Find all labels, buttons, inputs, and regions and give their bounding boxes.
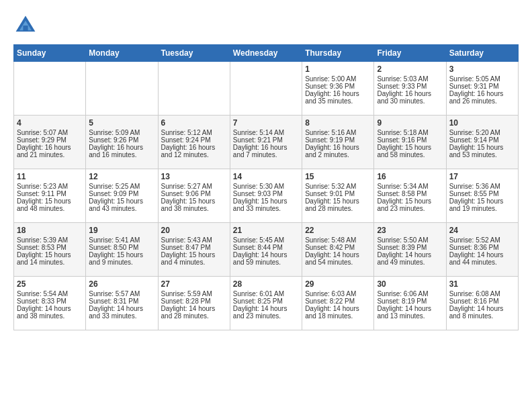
cell-content-line: and 9 minutes. [89,259,154,266]
calendar-table: SundayMondayTuesdayWednesdayThursdayFrid… [13,44,519,330]
calendar-cell: 6Sunrise: 5:12 AMSunset: 9:24 PMDaylight… [158,116,230,169]
cell-content-line: Daylight: 15 hours [377,197,443,205]
cell-content-line: Sunset: 8:47 PM [161,244,227,251]
cell-content-line: Sunrise: 5:09 AM [89,129,154,136]
cell-content-line: Daylight: 15 hours [233,197,299,205]
calendar-cell: 24Sunrise: 5:52 AMSunset: 8:36 PMDayligh… [446,223,518,277]
day-number: 10 [449,118,515,128]
day-number: 4 [17,118,83,128]
calendar-cell: 7Sunrise: 5:14 AMSunset: 9:21 PMDaylight… [230,116,302,169]
weekday-header-tuesday: Tuesday [158,45,230,62]
cell-content-line: Sunrise: 5:25 AM [89,183,154,190]
weekday-header-wednesday: Wednesday [230,45,302,62]
calendar-cell: 30Sunrise: 6:06 AMSunset: 8:19 PMDayligh… [374,277,446,330]
day-number: 8 [305,118,371,128]
cell-content-line: and 21 minutes. [17,151,83,158]
cell-content-line: Sunset: 8:33 PM [17,298,83,305]
cell-content-line: and 30 minutes. [377,97,443,105]
cell-content-line: and 35 minutes. [305,97,371,105]
cell-content-line: Sunset: 9:11 PM [17,190,83,197]
cell-content-line: Daylight: 15 hours [305,197,371,205]
calendar-cell: 26Sunrise: 5:57 AMSunset: 8:31 PMDayligh… [86,277,158,330]
cell-content-line: Daylight: 15 hours [449,144,515,151]
cell-content-line: Sunrise: 5:16 AM [305,129,371,136]
cell-content-line: Sunrise: 5:14 AM [233,129,299,136]
cell-content-line: Daylight: 16 hours [449,90,515,97]
cell-content-line: Sunset: 9:26 PM [89,136,154,144]
cell-content-line: Sunset: 8:50 PM [89,244,154,251]
calendar-cell: 3Sunrise: 5:05 AMSunset: 9:31 PMDaylight… [446,62,518,116]
calendar-cell: 21Sunrise: 5:45 AMSunset: 8:44 PMDayligh… [230,223,302,277]
cell-content-line: Sunrise: 5:59 AM [161,290,227,298]
cell-content-line: Sunrise: 5:00 AM [305,75,371,83]
calendar-cell: 10Sunrise: 5:20 AMSunset: 9:14 PMDayligh… [446,116,518,169]
cell-content-line: Sunset: 8:55 PM [449,190,515,197]
calendar-cell: 27Sunrise: 5:59 AMSunset: 8:28 PMDayligh… [158,277,230,330]
cell-content-line: and 13 minutes. [377,312,443,320]
cell-content-line: Sunset: 9:31 PM [449,83,515,90]
cell-content-line: Daylight: 14 hours [305,251,371,259]
cell-content-line: Daylight: 16 hours [305,144,371,151]
day-number: 6 [161,118,227,128]
cell-content-line: and 33 minutes. [89,312,154,320]
cell-content-line: and 48 minutes. [17,205,83,212]
cell-content-line: Daylight: 14 hours [161,305,227,312]
cell-content-line: Sunset: 8:19 PM [377,298,443,305]
day-number: 31 [449,279,515,289]
cell-content-line: Daylight: 14 hours [449,305,515,312]
cell-content-line: Sunset: 8:44 PM [233,244,299,251]
day-number: 17 [449,172,515,181]
cell-content-line: and 38 minutes. [17,312,83,320]
day-number: 12 [89,172,154,181]
weekday-header-thursday: Thursday [302,45,374,62]
cell-content-line: and 2 minutes. [305,151,371,158]
week-row-3: 11Sunrise: 5:23 AMSunset: 9:11 PMDayligh… [14,169,519,223]
cell-content-line: Sunset: 9:14 PM [449,136,515,144]
cell-content-line: and 28 minutes. [161,312,227,320]
cell-content-line: Sunrise: 5:05 AM [449,75,515,83]
cell-content-line: Sunset: 9:33 PM [377,83,443,90]
cell-content-line: and 18 minutes. [305,312,371,320]
cell-content-line: Daylight: 14 hours [17,305,83,312]
cell-content-line: and 59 minutes. [233,259,299,266]
cell-content-line: Daylight: 14 hours [449,251,515,259]
weekday-header-friday: Friday [374,45,446,62]
cell-content-line: Sunset: 8:53 PM [17,244,83,251]
calendar-cell [86,62,158,116]
week-row-1: 1Sunrise: 5:00 AMSunset: 9:36 PMDaylight… [14,62,519,116]
cell-content-line: Sunrise: 6:06 AM [377,290,443,298]
cell-content-line: Sunrise: 5:54 AM [17,290,83,298]
calendar-cell [14,62,86,116]
cell-content-line: and 16 minutes. [89,151,154,158]
calendar-cell: 2Sunrise: 5:03 AMSunset: 9:33 PMDaylight… [374,62,446,116]
cell-content-line: and 23 minutes. [377,205,443,212]
calendar-cell: 29Sunrise: 6:03 AMSunset: 8:22 PMDayligh… [302,277,374,330]
day-number: 7 [233,118,299,128]
cell-content-line: and 23 minutes. [233,312,299,320]
cell-content-line: Sunrise: 5:30 AM [233,183,299,190]
day-number: 18 [17,226,83,235]
day-number: 28 [233,279,299,289]
cell-content-line: Daylight: 14 hours [233,251,299,259]
cell-content-line: Sunset: 8:39 PM [377,244,443,251]
calendar-cell: 14Sunrise: 5:30 AMSunset: 9:03 PMDayligh… [230,169,302,223]
cell-content-line: Sunset: 9:03 PM [233,190,299,197]
day-number: 11 [17,172,83,181]
week-row-5: 25Sunrise: 5:54 AMSunset: 8:33 PMDayligh… [14,277,519,330]
day-number: 21 [233,226,299,235]
day-number: 1 [305,64,371,74]
day-number: 15 [305,172,371,181]
cell-content-line: Daylight: 15 hours [161,197,227,205]
cell-content-line: Sunrise: 5:07 AM [17,129,83,136]
calendar-cell: 19Sunrise: 5:41 AMSunset: 8:50 PMDayligh… [86,223,158,277]
cell-content-line: Sunrise: 5:45 AM [233,236,299,244]
cell-content-line: Sunset: 8:25 PM [233,298,299,305]
cell-content-line: Sunset: 9:29 PM [17,136,83,144]
week-row-2: 4Sunrise: 5:07 AMSunset: 9:29 PMDaylight… [14,116,519,169]
cell-content-line: Sunset: 9:19 PM [305,136,371,144]
day-number: 23 [377,226,443,235]
cell-content-line: Sunrise: 6:01 AM [233,290,299,298]
calendar-cell: 1Sunrise: 5:00 AMSunset: 9:36 PMDaylight… [302,62,374,116]
cell-content-line: and 54 minutes. [305,259,371,266]
cell-content-line: Sunrise: 5:23 AM [17,183,83,190]
